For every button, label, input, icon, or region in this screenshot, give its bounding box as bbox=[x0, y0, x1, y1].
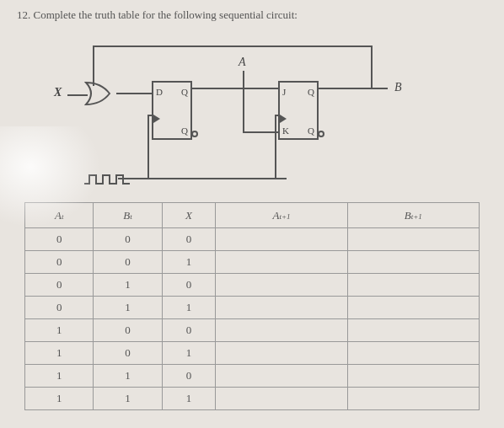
table-cell bbox=[216, 274, 347, 297]
table-cell: 0 bbox=[25, 297, 94, 319]
table-row: 100 bbox=[25, 319, 480, 342]
table-cell: 0 bbox=[94, 228, 162, 251]
table-cell: 1 bbox=[94, 274, 162, 297]
clock-waveform-icon bbox=[84, 172, 135, 187]
table-header: X bbox=[162, 203, 216, 228]
table-cell: 1 bbox=[25, 388, 94, 410]
pin-q: Q bbox=[181, 87, 188, 97]
table-row: 001 bbox=[25, 251, 480, 274]
table-row: 110 bbox=[25, 365, 480, 388]
table-cell bbox=[216, 297, 347, 319]
label-x: X bbox=[54, 86, 62, 99]
table-cell: 0 bbox=[25, 274, 94, 297]
table-cell: 1 bbox=[25, 319, 94, 342]
pin-j: J bbox=[282, 87, 286, 97]
label-b: B bbox=[394, 81, 402, 94]
table-cell: 0 bbox=[162, 319, 216, 342]
truth-table: AtBtXAt+1Bt+1 000001010011100101110111 bbox=[24, 202, 480, 410]
table-header: At+1 bbox=[216, 203, 347, 228]
pin-k: K bbox=[282, 126, 289, 136]
table-cell bbox=[216, 388, 347, 410]
label-a: A bbox=[239, 56, 246, 69]
table-cell: 0 bbox=[94, 251, 162, 274]
table-cell bbox=[347, 274, 479, 297]
neg-bubble-icon bbox=[318, 131, 324, 137]
table-cell bbox=[347, 228, 479, 251]
table-cell: 1 bbox=[25, 342, 94, 365]
table-cell: 1 bbox=[25, 365, 94, 388]
table-cell: 1 bbox=[94, 365, 162, 388]
table-cell: 0 bbox=[162, 365, 216, 388]
table-cell: 0 bbox=[94, 342, 162, 365]
table-header: Bt bbox=[94, 203, 162, 228]
table-cell bbox=[216, 251, 347, 274]
pin-qn: Q bbox=[181, 126, 188, 136]
table-cell: 1 bbox=[162, 251, 216, 274]
table-cell bbox=[347, 342, 479, 365]
table-cell bbox=[216, 365, 347, 388]
or-gate-icon bbox=[84, 81, 118, 106]
table-cell: 1 bbox=[94, 388, 162, 410]
table-cell: 1 bbox=[94, 297, 162, 319]
table-cell: 1 bbox=[162, 388, 216, 410]
table-cell bbox=[347, 251, 479, 274]
table-cell bbox=[347, 297, 479, 319]
table-row: 101 bbox=[25, 342, 480, 365]
table-cell: 0 bbox=[162, 228, 216, 251]
table-row: 010 bbox=[25, 274, 480, 297]
question-text: 12. Complete the truth table for the fol… bbox=[17, 8, 487, 22]
table-cell: 0 bbox=[162, 274, 216, 297]
table-cell: 0 bbox=[25, 251, 94, 274]
table-cell: 0 bbox=[94, 319, 162, 342]
jk-flipflop: J K Q Q bbox=[278, 81, 319, 140]
table-cell: 1 bbox=[162, 342, 216, 365]
clock-tri-icon bbox=[280, 115, 287, 123]
table-cell bbox=[216, 319, 347, 342]
neg-bubble-icon bbox=[191, 131, 198, 137]
circuit-diagram: X D Q Q A J K Q bbox=[67, 30, 430, 190]
pin-qn2: Q bbox=[308, 126, 314, 136]
table-cell: 1 bbox=[162, 297, 216, 319]
d-flipflop: D Q Q bbox=[152, 81, 192, 140]
table-cell bbox=[216, 228, 347, 251]
table-header: At bbox=[25, 203, 94, 228]
table-cell bbox=[347, 365, 479, 388]
table-header: Bt+1 bbox=[347, 203, 479, 228]
table-cell bbox=[347, 388, 479, 410]
table-row: 011 bbox=[25, 297, 480, 319]
table-cell bbox=[347, 319, 479, 342]
table-row: 111 bbox=[25, 388, 480, 410]
pin-d: D bbox=[156, 87, 163, 97]
pin-q2: Q bbox=[308, 87, 314, 97]
table-cell: 0 bbox=[25, 228, 94, 251]
clock-tri-icon bbox=[153, 115, 160, 123]
table-row: 000 bbox=[25, 228, 480, 251]
table-cell bbox=[216, 342, 347, 365]
